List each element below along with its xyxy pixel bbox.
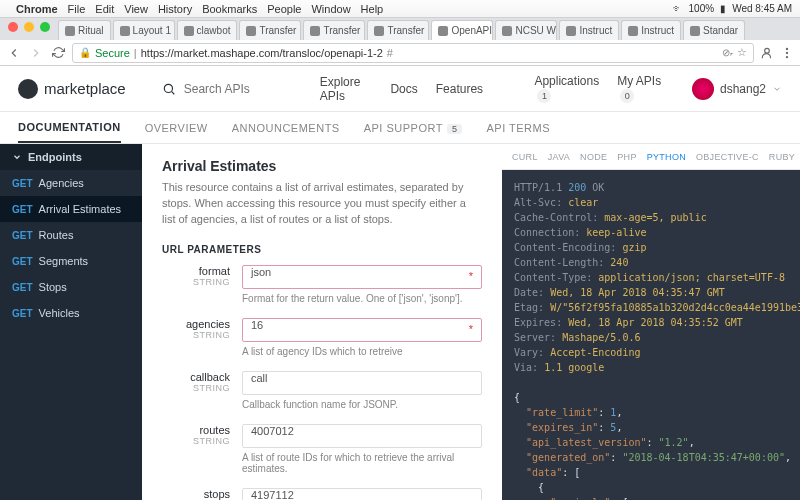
nav-explore[interactable]: Explore APIs (320, 75, 373, 103)
menubar-app[interactable]: Chrome (16, 3, 58, 15)
sidebar-item[interactable]: GETVehicles (0, 300, 142, 326)
star-icon[interactable]: ☆ (737, 46, 747, 59)
search-input[interactable] (184, 82, 304, 96)
http-verb: GET (12, 256, 33, 267)
favicon-icon (246, 26, 256, 36)
menubar-item[interactable]: File (68, 3, 86, 15)
menubar-item[interactable]: Help (361, 3, 384, 15)
sidebar-item[interactable]: GETRoutes (0, 222, 142, 248)
documentation-pane: Arrival Estimates This resource contains… (142, 144, 502, 500)
language-tab[interactable]: RUBY (769, 152, 795, 162)
nav-docs[interactable]: Docs (390, 82, 417, 96)
browser-tab[interactable]: OpenAPI (431, 20, 493, 40)
endpoint-description: This resource contains a list of arrival… (162, 180, 482, 228)
language-tab[interactable]: CURL (512, 152, 538, 162)
menubar-item[interactable]: People (267, 3, 301, 15)
favicon-icon (184, 26, 194, 36)
browser-tab[interactable]: clawbot (177, 20, 238, 40)
param-row: callback STRING call Callback function n… (162, 371, 482, 420)
back-icon[interactable] (6, 45, 22, 61)
menubar-item[interactable]: Edit (95, 3, 114, 15)
param-row: agencies STRING 16* A list of agency IDs… (162, 318, 482, 367)
window-maximize-icon[interactable] (40, 22, 50, 32)
language-tab[interactable]: PHP (617, 152, 636, 162)
svg-point-4 (164, 84, 172, 92)
key-icon[interactable]: ⊘ᵣ (722, 47, 733, 58)
reload-icon[interactable] (50, 45, 66, 61)
param-input[interactable]: 16* (242, 318, 482, 342)
param-input[interactable]: 4197112 (242, 488, 482, 500)
language-tab[interactable]: OBJECTIVE-C (696, 152, 759, 162)
subnav-item[interactable]: DOCUMENTATION (18, 121, 121, 143)
browser-tab[interactable]: NCSU W (495, 20, 557, 40)
search-wrap[interactable] (162, 82, 304, 96)
param-input[interactable]: json* (242, 265, 482, 289)
subnav-item[interactable]: API SUPPORT5 (364, 122, 463, 134)
brand-logo[interactable]: marketplace (18, 79, 126, 99)
language-tab[interactable]: JAVA (548, 152, 570, 162)
profile-icon[interactable] (760, 46, 774, 60)
sidebar-item[interactable]: GETAgencies (0, 170, 142, 196)
browser-tab[interactable]: Instruct (559, 20, 619, 40)
subnav-item[interactable]: ANNOUNCEMENTS (232, 122, 340, 134)
sidebar-header-label: Endpoints (28, 151, 82, 163)
forward-icon[interactable] (28, 45, 44, 61)
menubar-item[interactable]: Bookmarks (202, 3, 257, 15)
applications-count: 1 (537, 89, 551, 103)
site-header: marketplace Explore APIs Docs Features A… (0, 66, 800, 112)
sidebar-header[interactable]: Endpoints (0, 144, 142, 170)
mac-menubar: Chrome FileEditViewHistoryBookmarksPeopl… (0, 0, 800, 18)
svg-point-0 (765, 48, 770, 53)
browser-tab[interactable]: Layout 1 (113, 20, 175, 40)
required-icon: * (469, 270, 473, 282)
menubar-status: ᯤ 100% ▮ Wed 8:45 AM (673, 3, 792, 14)
sidebar-item[interactable]: GETArrival Estimates (0, 196, 142, 222)
browser-tab[interactable]: Transfer (303, 20, 365, 40)
window-controls[interactable] (8, 22, 50, 32)
subnav-item[interactable]: OVERVIEW (145, 122, 208, 134)
chrome-menu-icon[interactable] (780, 46, 794, 60)
window-close-icon[interactable] (8, 22, 18, 32)
http-verb: GET (12, 282, 33, 293)
battery-pct: 100% (689, 3, 715, 14)
nav-my-apis[interactable]: My APIs0 (617, 74, 664, 103)
battery-icon: ▮ (720, 3, 726, 14)
address-bar[interactable]: 🔒 Secure | https://market.mashape.com/tr… (72, 43, 754, 63)
menubar-item[interactable]: Window (311, 3, 350, 15)
code-pane: CURLJAVANODEPHPPYTHONOBJECTIVE-CRUBY.NET… (502, 144, 800, 500)
user-menu[interactable]: dshang2 (692, 78, 782, 100)
browser-tab[interactable]: Instruct (621, 20, 681, 40)
sidebar-item[interactable]: GETStops (0, 274, 142, 300)
sidebar-item-label: Routes (39, 229, 74, 241)
param-name: format (162, 265, 230, 277)
language-tab[interactable]: NODE (580, 152, 607, 162)
menubar-item[interactable]: History (158, 3, 192, 15)
language-tabs: CURLJAVANODEPHPPYTHONOBJECTIVE-CRUBY.NET… (502, 144, 800, 170)
subnav: DOCUMENTATIONOVERVIEWANNOUNCEMENTSAPI SU… (0, 112, 800, 144)
chevron-down-icon (12, 152, 22, 162)
subnav-item[interactable]: API TERMS (486, 122, 550, 134)
favicon-icon (310, 26, 320, 36)
browser-tab[interactable]: Standar (683, 20, 745, 40)
sidebar-item[interactable]: GETSegments (0, 248, 142, 274)
menubar-item[interactable]: View (124, 3, 148, 15)
tab-label: clawbot (197, 25, 231, 36)
tab-label: Transfer (387, 25, 424, 36)
param-input[interactable]: 4007012 (242, 424, 482, 448)
nav-features[interactable]: Features (436, 82, 483, 96)
language-tab[interactable]: PYTHON (647, 152, 686, 162)
nav-applications[interactable]: Applications1 (534, 74, 599, 103)
window-minimize-icon[interactable] (24, 22, 34, 32)
browser-tab[interactable]: Ritual (58, 20, 111, 40)
browser-tab[interactable]: Transfer (367, 20, 429, 40)
param-input[interactable]: call (242, 371, 482, 395)
brand-logo-icon (18, 79, 38, 99)
browser-tab[interactable]: Transfer (239, 20, 301, 40)
url-text: https://market.mashape.com/transloc/open… (141, 47, 383, 59)
tab-label: Transfer (259, 25, 296, 36)
svg-point-1 (786, 47, 788, 49)
sidebar-item-label: Segments (39, 255, 89, 267)
response-code: HTTP/1.1 200 OK Alt-Svc: clear Cache-Con… (502, 170, 800, 500)
favicon-icon (690, 26, 700, 36)
favicon-icon (120, 26, 130, 36)
